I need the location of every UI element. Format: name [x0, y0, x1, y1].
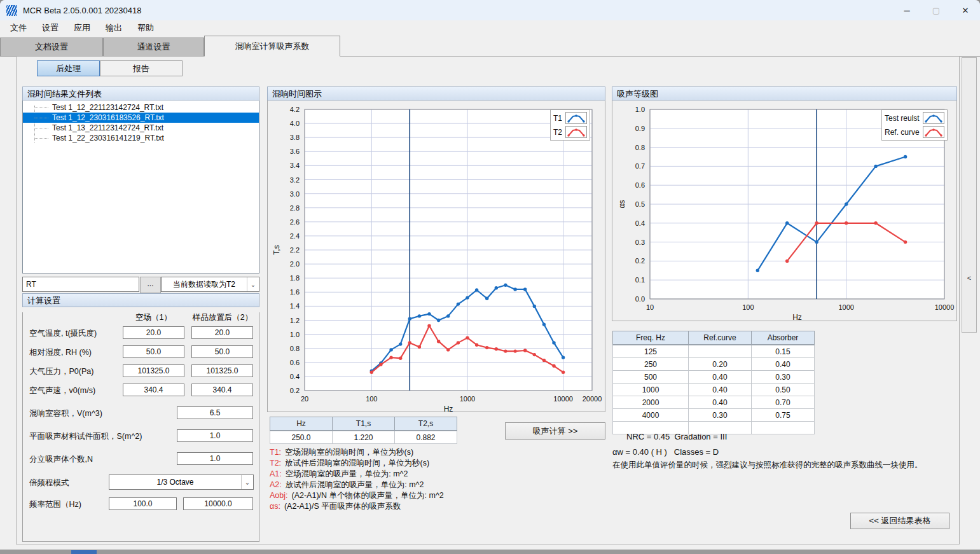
- freq-max-input[interactable]: [183, 497, 253, 510]
- calc-input[interactable]: [177, 429, 253, 442]
- calc-input-1[interactable]: [123, 364, 184, 377]
- subtab-0[interactable]: 后处理: [37, 60, 100, 76]
- list-item[interactable]: Test 1_22_230316141219_RT.txt: [23, 133, 259, 143]
- grade-value-table[interactable]: Freq. HzRef.curveAbsorber1250.152500.200…: [612, 331, 815, 434]
- calc-input-2[interactable]: [191, 384, 253, 396]
- taskbar-edge: [0, 550, 980, 554]
- browse-button[interactable]: ...: [140, 277, 161, 293]
- svg-text:4.2: 4.2: [290, 106, 300, 113]
- file-name: Test 1_13_221123142724_RT.txt: [52, 123, 163, 133]
- octave-mode-combo[interactable]: 1/3 Octave⌄: [109, 474, 254, 490]
- note-line: T2:放试件后混响室的混响时间，单位为秒(s): [270, 458, 444, 469]
- aw-result: αw = 0.40 ( H ) Classes = D: [612, 447, 719, 457]
- svg-text:0.5: 0.5: [635, 200, 645, 208]
- table-row[interactable]: 250.01.2200.882: [270, 431, 457, 444]
- chevron-down-icon[interactable]: ⌄: [247, 277, 259, 291]
- note-text: (A2-A1)/S 平面吸声体的吸声系数: [284, 502, 401, 511]
- svg-text:2.4: 2.4: [290, 232, 300, 240]
- svg-text:1.0: 1.0: [635, 106, 645, 113]
- svg-text:0.8: 0.8: [635, 144, 645, 151]
- window-controls: ─ ▢ ✕: [892, 0, 980, 20]
- close-button[interactable]: ✕: [951, 0, 980, 20]
- svg-text:0.4: 0.4: [635, 219, 645, 227]
- table-cell: 0.882: [395, 431, 457, 444]
- table-row[interactable]: 40000.300.75: [613, 409, 815, 422]
- calc-input-1[interactable]: [123, 326, 184, 339]
- rt-file-panel-title: 混时间结果文件列表: [22, 87, 259, 100]
- list-item[interactable]: Test 1_12_221123142724_RT.txt: [23, 102, 259, 113]
- svg-text:1.4: 1.4: [290, 302, 300, 310]
- table-cell: 250.0: [270, 431, 333, 444]
- menu-item-4[interactable]: 帮助: [130, 21, 162, 35]
- note-text: 放试件后混响室的混响时间，单位为秒(s): [285, 459, 429, 467]
- grade-chart-panel: 吸声等级图 0.00.10.20.30.40.50.60.70.80.91.01…: [612, 87, 957, 321]
- menu-item-3[interactable]: 输出: [98, 21, 130, 35]
- table-row[interactable]: 5000.400.30: [613, 371, 815, 384]
- svg-text:100: 100: [366, 395, 377, 403]
- calc-input-2[interactable]: [191, 364, 253, 377]
- nrc-result: NRC = 0.45 Gradation = III: [626, 432, 727, 441]
- note-line: A2:放试件后混响室的吸声量，单位为: m^2: [270, 480, 444, 490]
- rt-chart[interactable]: 0.20.40.60.81.01.21.41.61.82.02.22.42.62…: [267, 100, 605, 412]
- calc-input[interactable]: [177, 452, 253, 465]
- data-read-combo[interactable]: 当前数据读取为T2 ⌄: [161, 277, 259, 292]
- table-cell: 0.50: [752, 384, 815, 396]
- list-item[interactable]: Test 1_12_230316183526_RT.txt: [23, 113, 259, 123]
- table-cell: 0.70: [752, 396, 815, 409]
- svg-text:1.2: 1.2: [290, 317, 300, 324]
- menu-bar: 文件设置应用输出帮助: [0, 20, 980, 35]
- tab-2[interactable]: 混响室计算吸声系数: [204, 36, 340, 57]
- rt-chart-svg: 0.20.40.60.81.01.21.41.61.82.02.22.42.62…: [268, 100, 606, 412]
- freq-min-input[interactable]: [109, 497, 177, 510]
- rt-name-input[interactable]: [22, 277, 139, 292]
- table-header: Ref.curve: [689, 331, 752, 345]
- calc-input[interactable]: [177, 406, 253, 419]
- tree-connector-icon: [34, 128, 48, 128]
- note-text: 空场混响室的吸声量，单位为: m^2: [286, 469, 408, 478]
- freq-range-label: 频率范围（Hz): [29, 499, 81, 510]
- svg-text:0.0: 0.0: [635, 295, 645, 303]
- menu-item-2[interactable]: 应用: [66, 21, 98, 35]
- legend-curve-icon: [565, 112, 587, 124]
- table-header: T1,s: [333, 417, 395, 431]
- file-name: Test 1_12_221123142724_RT.txt: [52, 102, 163, 113]
- calc-input-1[interactable]: [123, 384, 184, 396]
- collapse-panel-strip[interactable]: <: [962, 57, 977, 333]
- rt-file-list[interactable]: Test 1_12_221123142724_RT.txtTest 1_12_2…: [22, 100, 259, 274]
- rt-value-table[interactable]: HzT1,sT2,s250.01.2200.882: [270, 417, 457, 444]
- svg-text:2.0: 2.0: [290, 260, 300, 268]
- table-row[interactable]: 2500.200.40: [613, 358, 815, 371]
- table-row[interactable]: 20000.400.70: [613, 396, 815, 409]
- table-cell: 0.75: [752, 409, 815, 422]
- chevron-down-icon[interactable]: ⌄: [241, 475, 253, 489]
- col-header-empty-room: 空场（1）: [123, 312, 184, 323]
- table-header: Hz: [270, 417, 333, 431]
- menu-item-0[interactable]: 文件: [3, 21, 34, 35]
- subtab-1[interactable]: 报告: [100, 60, 183, 76]
- minimize-button[interactable]: ─: [892, 0, 921, 20]
- note-key: Aobj:: [270, 491, 288, 500]
- back-to-results-button[interactable]: << 返回结果表格: [850, 513, 949, 529]
- calc-input-1[interactable]: [123, 345, 184, 358]
- table-row[interactable]: 1250.15: [613, 345, 815, 358]
- table-row[interactable]: 10000.400.50: [613, 384, 815, 396]
- svg-text:3.2: 3.2: [290, 176, 300, 184]
- absorb-calc-button[interactable]: 吸声计算 >>: [505, 422, 605, 440]
- maximize-button[interactable]: ▢: [921, 0, 951, 20]
- collapse-left-icon[interactable]: <: [962, 274, 976, 282]
- svg-text:10000: 10000: [553, 395, 573, 403]
- menu-item-1[interactable]: 设置: [34, 21, 66, 35]
- tab-1[interactable]: 通道设置: [103, 38, 204, 56]
- grade-chart[interactable]: 0.00.10.20.30.40.50.60.70.80.91.01010010…: [612, 100, 957, 321]
- note-text: 放试件后混响室的吸声量，单位为: m^2: [286, 480, 424, 489]
- svg-text:2.2: 2.2: [290, 246, 300, 254]
- calc-input-2[interactable]: [191, 326, 253, 339]
- table-cell: 0.15: [752, 345, 815, 358]
- svg-text:1000: 1000: [838, 303, 853, 311]
- calc-input-2[interactable]: [191, 345, 253, 358]
- list-item[interactable]: Test 1_13_221123142724_RT.txt: [23, 123, 259, 133]
- svg-text:1000: 1000: [460, 395, 475, 403]
- svg-text:3.4: 3.4: [290, 162, 300, 169]
- svg-text:Hz: Hz: [792, 313, 802, 321]
- tab-0[interactable]: 文档设置: [0, 38, 103, 56]
